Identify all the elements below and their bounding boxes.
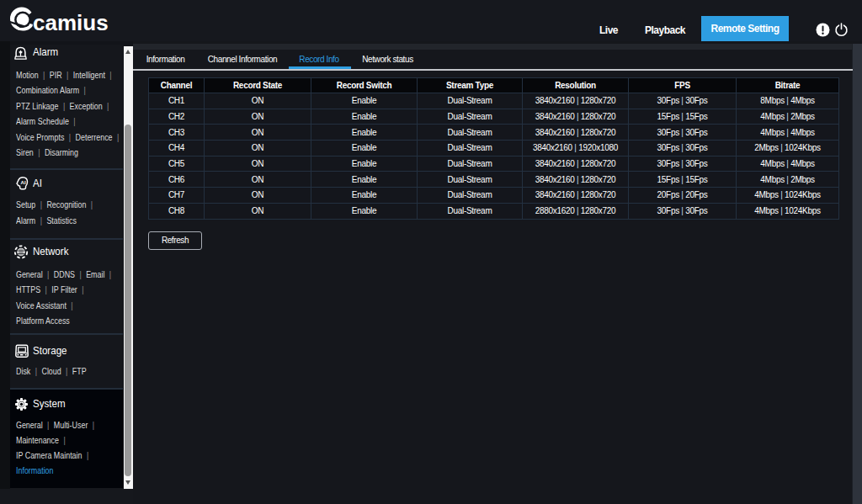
svg-text:AI: AI: [20, 180, 25, 185]
